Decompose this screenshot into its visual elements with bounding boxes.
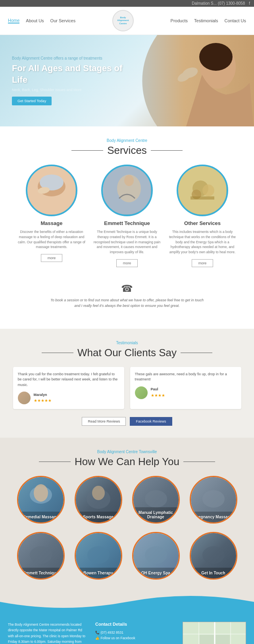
avatar-massage [18,392,31,404]
service-desc-massage: Discover the benefits of either a relaxa… [18,229,85,250]
help-circle-contact: Get In Touch [190,532,237,580]
service-circle-massage [26,165,77,216]
svg-point-17 [34,484,48,502]
service-card-massage: Massage Discover the benefits of either … [18,165,85,267]
testimonial-card-2: These gals are awesome, need a body fix … [130,367,241,409]
help-item-remedial[interactable]: Remedial Massage [15,476,67,526]
help-circle-sports: Sports Massage [75,476,122,524]
hero-cta-button[interactable]: Get Started Today [12,97,52,105]
hero-subtitle: Body Alignment Centre offers a range of … [12,56,128,60]
services-title: Services [8,144,246,157]
nav-products[interactable]: Products [171,18,188,23]
facebook-reviews-button[interactable]: Facebook Reviews [130,417,172,426]
map-illustration [183,622,246,644]
testimonial-buttons: Read More Reviews Facebook Reviews [8,417,246,426]
svg-rect-33 [200,635,214,644]
site-logo[interactable]: BodyAlignmentCentre [112,10,134,31]
svg-point-10 [124,175,134,186]
nav-links-right: Products Testimonials Contact Us [171,18,246,23]
nav-about[interactable]: About Us [26,18,44,23]
hero-desc: Neck, Back, Leg, Shoulder Issues and Mor… [12,88,128,92]
testimonial-text-2: These gals are awesome, need a body fix … [135,372,237,382]
help-circle-qh: QH Energy Spa [132,532,180,580]
help-label: Body Alignment Centre Townsville [8,450,246,454]
hero-title: For All Ages and Stages of Life [12,63,128,85]
hero-section: Body Alignment Centre offers a range of … [0,35,254,126]
testimonials-label: Testimonials [8,341,246,345]
footer-phone: 📞 (07) 4932 8531 [95,630,175,635]
svg-point-1 [199,43,233,71]
help-item-pregnancy[interactable]: Pregnancy Massage [188,476,239,526]
footer-facebook-link[interactable]: 👍 Follow us on Facebook [95,635,175,641]
author-name-1: Maralyn [34,392,52,398]
help-item-emmett[interactable]: Emmett Technique [15,532,67,582]
help-item-contact[interactable]: Get In Touch [188,532,239,582]
service-name-other: Other Services [169,220,236,226]
testimonials-title: What Our Clients Say [8,347,246,359]
help-item-lymphatic[interactable]: Manual Lymphatic Drainage [130,476,182,526]
services-label: Body Alignment Centre [8,138,246,143]
avatar-paul [135,386,148,399]
nav-contact[interactable]: Contact Us [225,18,246,23]
service-btn-emmett[interactable]: more [116,259,138,267]
help-section: Body Alignment Centre Townsville How We … [0,438,254,594]
top-address: Dalmation S... (07) 1300-8058 [192,1,245,6]
help-label-contact: Get In Touch [191,568,236,578]
service-card-other: Other Services This includes treatments … [169,165,236,267]
stars-1: ★★★★★ [34,398,52,403]
svg-point-23 [87,546,110,564]
phone-icon: ☎ [16,283,238,294]
help-label-emmett: Emmett Technique [18,568,64,578]
service-desc-other: This includes treatments which is a body… [169,229,236,255]
phone-section: ☎ To book a session or to find out more … [8,275,246,317]
service-desc-emmett: The Emmett Technique is a unique body th… [93,229,161,255]
svg-point-22 [30,546,52,564]
nav-testimonials[interactable]: Testimonials [194,18,218,23]
author-avatar-2 [135,386,148,399]
hero-content: Body Alignment Centre offers a range of … [0,48,140,113]
help-label-lymphatic: Manual Lymphatic Drainage [133,507,179,522]
nav-home[interactable]: Home [8,18,19,23]
services-section: Body Alignment Centre Services Massage D… [0,126,254,329]
footer-contact-list: 📞 (07) 4932 8531 👍 Follow us on Facebook… [95,630,175,644]
phone-text: To book a session or to find out more ab… [48,297,206,309]
top-bar: Dalmation S... (07) 1300-8058 f [0,0,254,7]
svg-point-13 [202,184,214,196]
service-name-massage: Massage [18,220,85,226]
help-label-bowen: Bowen Therapy [76,568,121,578]
navigation: Home About Us Our Services BodyAlignment… [0,7,254,35]
read-more-reviews-button[interactable]: Read More Reviews [82,417,126,426]
svg-point-19 [92,486,105,500]
help-label-qh: QH Energy Spa [133,568,179,578]
massage-illustration [28,167,75,214]
service-btn-other[interactable]: more [192,259,214,267]
service-btn-massage[interactable]: more [41,254,63,262]
emmett-illustration [103,167,151,214]
author-name-2: Paul [151,387,165,392]
help-item-qh[interactable]: QH Energy Spa [130,532,182,582]
stars-2: ★★★★ [151,392,165,398]
help-item-bowen[interactable]: Bowen Therapy [73,532,124,582]
help-item-sports[interactable]: Sports Massage [73,476,124,526]
footer-wave [0,594,254,614]
nav-services[interactable]: Our Services [50,18,76,23]
footer-grid: The Body Alignment Centre recommends loc… [8,622,246,644]
svg-rect-34 [216,635,230,644]
services-grid: Massage Discover the benefits of either … [8,165,246,267]
svg-rect-15 [190,196,214,200]
help-grid: Remedial Massage Sports Massage [8,476,246,582]
nav-links-left: Home About Us Our Services [8,18,75,23]
testimonials-section: Testimonials What Our Clients Say Thank … [0,329,254,438]
top-facebook[interactable]: f [249,1,250,6]
footer-map [183,622,246,644]
testimonial-card-1: Thank you call for the combo treatment t… [13,367,124,409]
svg-point-24 [145,546,167,564]
testimonial-text-1: Thank you call for the combo treatment t… [18,372,119,388]
help-label-sports: Sports Massage [76,512,121,522]
service-circle-emmett [101,165,153,216]
service-name-emmett: Emmett Technique [93,220,161,226]
help-label-remedial: Remedial Massage [18,512,64,522]
footer-contact-col: Contact Details 📞 (07) 4932 8531 👍 Follo… [95,622,175,644]
help-circle-remedial: Remedial Massage [17,476,65,524]
footer-about-text: The Body Alignment Centre recommends loc… [8,622,87,644]
